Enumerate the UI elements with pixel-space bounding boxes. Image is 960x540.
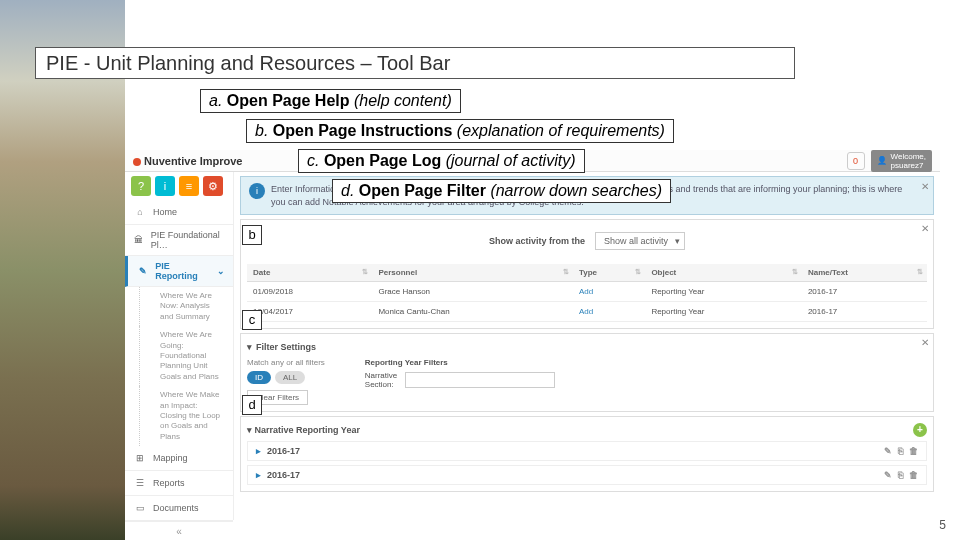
edit-icon: ✎ [884,446,892,456]
close-icon[interactable]: ✕ [921,180,929,194]
instructions-button[interactable]: i [155,176,175,196]
activity-select[interactable]: Show all activity [595,232,685,250]
col-name[interactable]: Name/Text [802,264,927,282]
caret-right-icon: ▸ [256,470,261,480]
chevron-down-icon: ⌄ [217,266,225,276]
edit-icon: ✎ [884,470,892,480]
narrative-row[interactable]: ▸2016-17 ✎⎘🗑 [247,441,927,461]
nav-sub-where-going[interactable]: Where We Are Going: Foundational Plannin… [139,326,233,386]
type-link[interactable]: Add [579,287,593,296]
help-button[interactable]: ? [131,176,151,196]
page-number: 5 [939,518,946,532]
content-area: ✕ i Enter Information for your Unit here… [233,172,940,520]
col-date[interactable]: Date [247,264,372,282]
add-button[interactable]: + [913,423,927,437]
app-logo: Nuventive Improve [133,155,242,167]
row-actions[interactable]: ✎⎘🗑 [884,446,918,456]
narrative-row[interactable]: ▸2016-17 ✎⎘🗑 [247,465,927,485]
close-icon[interactable]: ✕ [921,223,929,234]
nav-reports[interactable]: ☰Reports [125,471,233,496]
background-photo [0,0,125,540]
user-menu[interactable]: 👤 Welcome,psuarez7 [871,150,932,172]
nav-sub-where-impact[interactable]: Where We Make an Impact: Closing the Loo… [139,386,233,446]
log-button[interactable]: ≡ [179,176,199,196]
section-input[interactable] [405,372,555,388]
sitemap-icon: ⊞ [133,451,147,465]
nav-home[interactable]: ⌂Home [125,200,233,225]
marker-d: d [242,395,262,415]
home-icon: ⌂ [133,205,147,219]
collapse-sidebar[interactable]: « [125,521,233,540]
filter-button[interactable]: ⚙ [203,176,223,196]
table-row: 01/09/2018 Grace Hanson Add Reporting Ye… [247,282,927,302]
tool-bar: ? i ≡ ⚙ [125,172,233,200]
user-icon: 👤 [877,156,887,165]
caret-right-icon: ▸ [256,446,261,456]
filter-id-pill[interactable]: ID [247,371,271,384]
label-b: b. Open Page Instructions (explanation o… [246,119,674,143]
nav-sub-where-now[interactable]: Where We Are Now: Analysis and Summary [139,287,233,326]
log-label: Show activity from the [489,236,585,246]
nav-reporting[interactable]: ✎PIE Reporting⌄ [125,256,233,287]
marker-b: b [242,225,262,245]
pencil-icon: ✎ [136,264,149,278]
caret-down-icon[interactable]: ▾ [247,342,252,352]
label-d: d. Open Page Filter (narrow down searche… [332,179,671,203]
label-a: a. Open Page Help (help content) [200,89,461,113]
delete-icon: 🗑 [909,470,918,480]
left-sidebar: ? i ≡ ⚙ ⌂Home 🏛PIE Foundational Pl… ✎PIE… [125,172,233,520]
col-personnel[interactable]: Personnel [372,264,572,282]
col-object[interactable]: Object [645,264,802,282]
close-icon[interactable]: ✕ [921,337,929,348]
type-link[interactable]: Add [579,307,593,316]
col-type[interactable]: Type [573,264,646,282]
folder-icon: ▭ [133,501,147,515]
info-icon: i [249,183,265,199]
slide-title: PIE - Unit Planning and Resources – Tool… [46,52,450,74]
nav-mapping[interactable]: ⊞Mapping [125,446,233,471]
delete-icon: 🗑 [909,446,918,456]
copy-icon: ⎘ [898,446,903,456]
reports-icon: ☰ [133,476,147,490]
slide-title-box: PIE - Unit Planning and Resources – Tool… [35,47,795,79]
caret-down-icon[interactable]: ▾ [247,425,252,435]
institution-icon: 🏛 [133,233,145,247]
notification-badge[interactable]: 0 [847,152,865,170]
narrative-panel: ▾ Narrative Reporting Year + ▸2016-17 ✎⎘… [240,416,934,492]
copy-icon: ⎘ [898,470,903,480]
row-actions[interactable]: ✎⎘🗑 [884,470,918,480]
nav-documents[interactable]: ▭Documents [125,496,233,521]
nav-foundational[interactable]: 🏛PIE Foundational Pl… [125,225,233,256]
activity-table: Date Personnel Type Object Name/Text 01/… [247,264,927,322]
filter-all-pill[interactable]: ALL [275,371,305,384]
log-panel: ✕ Show activity from the Show all activi… [240,219,934,329]
filter-panel: ✕ ▾Filter Settings Match any or all filt… [240,333,934,412]
table-row: 10/04/2017 Monica Cantu-Chan Add Reporti… [247,302,927,322]
label-c: c. Open Page Log (journal of activity) [298,149,585,173]
marker-c: c [242,310,262,330]
app-screenshot: Nuventive Improve 0 👤 Welcome,psuarez7 ?… [125,150,940,520]
